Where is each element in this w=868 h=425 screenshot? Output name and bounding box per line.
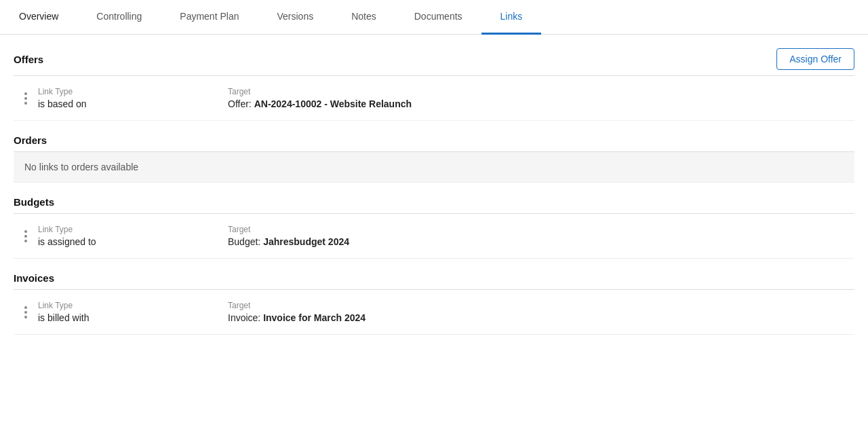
budget-target-value: Budget: Jahresbudget 2024 [228, 236, 854, 247]
offer-target-value: Offer: AN-2024-10002 - Website Relaunch [228, 98, 854, 109]
invoice-target-label: Target [228, 301, 854, 310]
invoice-link-info: Link Type is billed with Target Invoice:… [38, 301, 854, 323]
budgets-title: Budgets [14, 196, 54, 208]
dot [24, 311, 27, 314]
tab-controlling[interactable]: Controlling [77, 0, 161, 35]
offer-link-type-block: Link Type is based on [38, 87, 228, 109]
invoice-row-menu[interactable] [14, 306, 38, 318]
tab-notes[interactable]: Notes [332, 0, 395, 35]
offer-link-info: Link Type is based on Target Offer: AN-2… [38, 87, 854, 109]
dot [24, 316, 27, 318]
budget-target-label: Target [228, 225, 854, 234]
budget-link-type-label: Link Type [38, 225, 228, 234]
offer-target-label: Target [228, 87, 854, 96]
dot [24, 102, 27, 105]
invoices-title: Invoices [14, 272, 54, 284]
offer-target-bold: AN-2024-10002 - Website Relaunch [254, 98, 412, 109]
tab-payment-plan[interactable]: Payment Plan [161, 0, 258, 35]
offer-target-prefix: Offer: [228, 98, 254, 109]
dot [24, 97, 27, 100]
offer-link-row: Link Type is based on Target Offer: AN-2… [14, 76, 854, 121]
invoices-header: Invoices [14, 272, 854, 290]
tab-links[interactable]: Links [481, 0, 542, 35]
dot [24, 306, 27, 309]
offer-target-block: Target Offer: AN-2024-10002 - Website Re… [228, 87, 854, 109]
tab-overview[interactable]: Overview [0, 0, 77, 35]
offers-title: Offers [14, 54, 43, 65]
budget-link-info: Link Type is assigned to Target Budget: … [38, 225, 854, 247]
budget-target-prefix: Budget: [228, 236, 263, 247]
budget-target-bold: Jahresbudget 2024 [263, 236, 349, 247]
offers-header: Offers Assign Offer [14, 48, 854, 76]
orders-section: Orders No links to orders available [14, 134, 854, 183]
orders-title: Orders [14, 134, 47, 146]
invoice-target-block: Target Invoice: Invoice for March 2024 [228, 301, 854, 323]
budgets-section: Budgets Link Type is assigned to Target … [14, 196, 854, 259]
budget-link-type-block: Link Type is assigned to [38, 225, 228, 247]
offers-section: Offers Assign Offer Link Type is based o… [14, 48, 854, 121]
invoice-link-type-block: Link Type is billed with [38, 301, 228, 323]
budget-link-type-value: is assigned to [38, 236, 228, 247]
orders-empty-message: No links to orders available [14, 152, 854, 183]
tab-documents[interactable]: Documents [395, 0, 481, 35]
invoices-section: Invoices Link Type is billed with Target… [14, 272, 854, 335]
dot [24, 235, 27, 238]
dot [24, 240, 27, 242]
offer-link-type-label: Link Type [38, 87, 228, 96]
invoice-target-bold: Invoice for March 2024 [263, 312, 366, 323]
dot [24, 230, 27, 233]
budget-link-row: Link Type is assigned to Target Budget: … [14, 214, 854, 259]
tab-versions[interactable]: Versions [258, 0, 332, 35]
invoice-target-prefix: Invoice: [228, 312, 263, 323]
invoice-target-value: Invoice: Invoice for March 2024 [228, 312, 854, 323]
main-content: Offers Assign Offer Link Type is based o… [0, 48, 868, 335]
tab-bar: Overview Controlling Payment Plan Versio… [0, 0, 868, 35]
offer-row-menu[interactable] [14, 92, 38, 105]
invoice-link-row: Link Type is billed with Target Invoice:… [14, 290, 854, 335]
budget-row-menu[interactable] [14, 230, 38, 242]
invoice-link-type-value: is billed with [38, 312, 228, 323]
assign-offer-button[interactable]: Assign Offer [776, 48, 854, 70]
invoice-link-type-label: Link Type [38, 301, 228, 310]
dot [24, 92, 27, 95]
offer-link-type-value: is based on [38, 98, 228, 109]
budget-target-block: Target Budget: Jahresbudget 2024 [228, 225, 854, 247]
budgets-header: Budgets [14, 196, 854, 214]
orders-header: Orders [14, 134, 854, 152]
